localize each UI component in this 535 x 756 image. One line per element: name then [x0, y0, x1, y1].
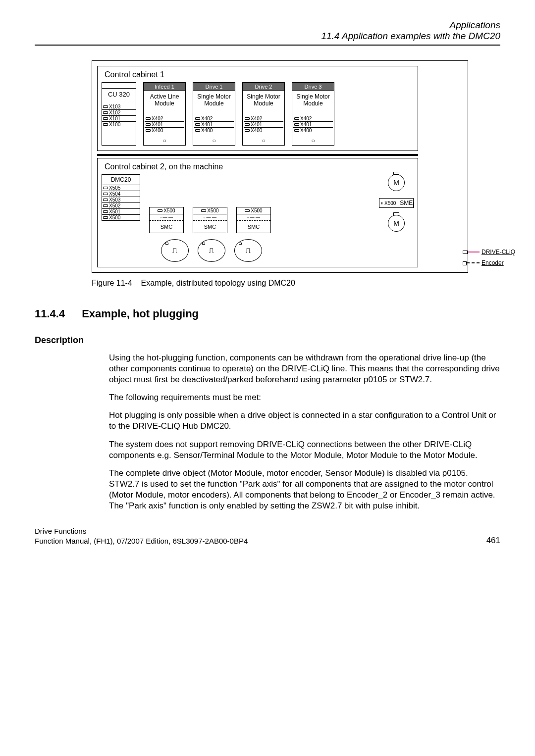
module-port: X400: [145, 128, 184, 133]
dmc-port: X501: [102, 209, 140, 215]
motor-m-icon: M: [388, 174, 405, 191]
paragraph: Using the hot-plugging function, compone…: [109, 353, 500, 385]
dot-icon: ○: [244, 137, 283, 144]
paragraph: The complete drive object (Motor Module,…: [109, 468, 500, 511]
cu320-box: CU 320 X103 X102 X101 X100: [102, 82, 136, 146]
page-footer: Drive Functions Function Manual, (FH1), …: [35, 526, 500, 546]
smc-box: X500 ▫ — — SMC: [236, 207, 271, 233]
header-category: Applications: [35, 20, 500, 31]
topology-diagram: Control cabinet 1 CU 320 X103 X102 X101 …: [92, 60, 468, 273]
dmc-port: X502: [102, 203, 140, 209]
module-port: X400: [244, 128, 283, 133]
control-cabinet-2: Control cabinet 2, on the machine DMC20 …: [97, 158, 418, 267]
module-infeed1: Infeed 1 Active Line Module X402 X401 X4…: [143, 82, 186, 146]
module-name: Single Motor Module: [244, 93, 283, 115]
module-label: Drive 3: [292, 82, 334, 91]
paragraph: The following requirements must be met:: [109, 392, 500, 403]
motor-icon: ⎍: [161, 239, 189, 262]
module-port: X402: [194, 116, 234, 122]
module-port: X400: [194, 128, 234, 133]
dmc20-label: DMC20: [102, 175, 140, 185]
control-cabinet-1: Control cabinet 1 CU 320 X103 X102 X101 …: [97, 66, 418, 151]
smc-box: X500 ▫ — — SMC: [193, 207, 227, 233]
legend-encoder: Encoder: [482, 259, 504, 266]
module-drive2: Drive 2 Single Motor Module X402 X401 X4…: [242, 82, 285, 146]
module-label: Drive 1: [193, 82, 235, 91]
cu-port: X103: [102, 104, 136, 110]
module-port: X402: [145, 116, 184, 122]
module-port: X401: [244, 122, 283, 128]
legend-drivecliq: DRIVE-CLiQ: [482, 249, 515, 255]
dmc-port: X500: [102, 215, 140, 220]
cabinet1-title: Control cabinet 1: [105, 70, 414, 79]
description-heading: Description: [35, 335, 500, 346]
module-port: X400: [293, 128, 333, 133]
cu-port: X100: [102, 122, 136, 127]
dot-icon: ○: [145, 137, 184, 144]
module-name: Single Motor Module: [194, 93, 234, 115]
module-label: Drive 2: [242, 82, 285, 91]
dmc20-box: DMC20 X505 X504 X503 X502 X501 X500: [102, 174, 140, 221]
page-number: 461: [486, 536, 500, 546]
paragraph: Hot plugging is only possible when a dri…: [109, 410, 500, 432]
section-number: 11.4.4: [35, 307, 65, 320]
dmc-port: X504: [102, 191, 140, 197]
module-drive3: Drive 3 Single Motor Module X402 X401 X4…: [292, 82, 334, 146]
header-breadcrumb: 11.4 Application examples with the DMC20: [35, 31, 500, 42]
footer-title: Drive Functions: [35, 526, 248, 536]
smc-box: X500 ▫ — — SMC: [149, 207, 184, 233]
footer-edition: Function Manual, (FH1), 07/2007 Edition,…: [35, 536, 248, 546]
module-name: Single Motor Module: [293, 93, 333, 115]
cabinet2-title: Control cabinet 2, on the machine: [105, 162, 414, 171]
header-divider: [35, 45, 500, 46]
module-port: X401: [293, 122, 333, 128]
figure-caption: Figure 11-4 Example, distributed topolog…: [92, 279, 500, 288]
module-port: X402: [293, 116, 333, 122]
diagram-legend: DRIVE-CLiQ Encoder: [467, 249, 515, 266]
motor-m-icon: M: [388, 215, 405, 232]
dot-icon: ○: [293, 137, 333, 144]
dot-icon: ○: [194, 137, 234, 144]
cu320-label: CU 320: [102, 89, 136, 100]
sme-box: X500 SME: [379, 198, 414, 208]
module-port: X402: [244, 116, 283, 122]
module-port: X401: [194, 122, 234, 128]
module-label: Infeed 1: [143, 82, 186, 91]
motor-icon: ⎍: [198, 239, 225, 262]
module-port: X401: [145, 122, 184, 128]
section-title: Example, hot plugging: [82, 307, 199, 320]
motor-icon: ⎍: [234, 239, 262, 262]
cu-port: X102: [102, 110, 136, 116]
dmc-port: X505: [102, 185, 140, 191]
module-drive1: Drive 1 Single Motor Module X402 X401 X4…: [193, 82, 235, 146]
cabinet-divider: [97, 154, 418, 156]
dmc-port: X503: [102, 197, 140, 203]
cu-port: X101: [102, 116, 136, 122]
paragraph: The system does not support removing DRI…: [109, 439, 500, 461]
module-name: Active Line Module: [145, 93, 184, 115]
